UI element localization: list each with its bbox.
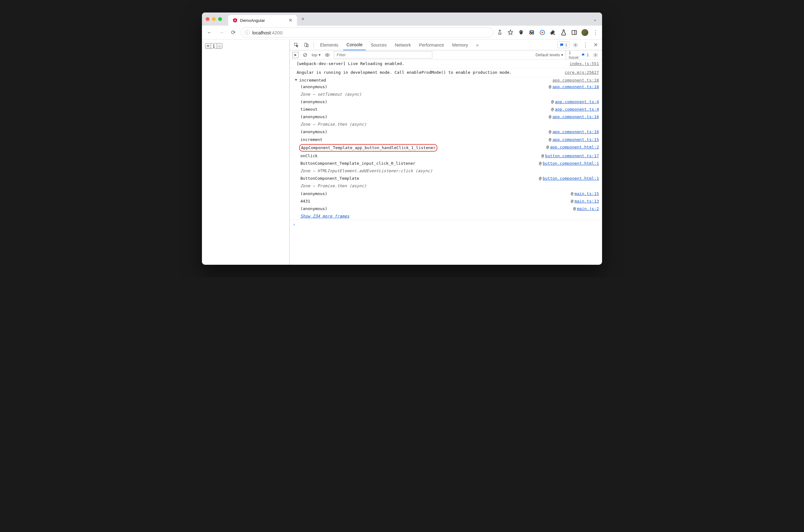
frame-function: (anonymous) (301, 129, 549, 135)
show-more-frames: Show 234 more frames (290, 212, 602, 220)
source-link[interactable]: index.js:551 (570, 61, 599, 67)
svg-point-16 (327, 54, 328, 56)
frame-function: onClick (301, 153, 541, 159)
log-levels-selector[interactable]: Default levels ▾ (535, 53, 563, 57)
tab-elements[interactable]: Elements (317, 40, 341, 50)
counter-value: 1 (211, 43, 217, 49)
source-link[interactable]: button.component.ts:17 (545, 153, 599, 159)
source-link[interactable]: button.component.html:1 (543, 160, 599, 167)
side-panel-icon[interactable] (571, 29, 578, 36)
url-text: localhost:4200 (252, 30, 283, 35)
devtools-close-icon[interactable]: ✕ (591, 41, 599, 49)
tabs-overflow[interactable]: » (473, 40, 482, 50)
stack-frame: (anonymous)@ app.component.ts:16 (290, 128, 602, 136)
issues-chip[interactable]: 1 Issue: 1 (566, 50, 589, 60)
devtools-settings-icon[interactable] (571, 41, 579, 49)
source-link[interactable]: main.ts:13 (575, 198, 599, 205)
source-link[interactable]: app.component.ts:16 (552, 114, 599, 120)
extension-lighthouse-icon[interactable] (539, 29, 546, 36)
source-link[interactable]: main.js:2 (577, 206, 599, 212)
svg-point-17 (595, 54, 596, 56)
close-tab-button[interactable]: ✕ (289, 18, 292, 23)
live-expression-icon[interactable] (323, 51, 331, 59)
stack-frame: Zone — setTimeout (async) (290, 91, 602, 98)
frame-function: Zone — HTMLInputElement.addEventListener… (301, 168, 599, 174)
console-sidebar-toggle-icon[interactable] (292, 52, 299, 58)
frame-function: increment (301, 137, 549, 143)
profile-avatar[interactable] (581, 29, 588, 36)
console-toolbar: top ▾ Default levels ▾ 1 Issue: 1 (290, 50, 602, 60)
source-link[interactable]: app.component.ts:18 (552, 78, 599, 82)
stack-frame: Zone — Promise.then (async) (290, 121, 602, 128)
site-info-icon[interactable]: i (245, 30, 250, 35)
console-filter-input[interactable] (334, 51, 432, 58)
svg-point-4 (530, 33, 532, 34)
svg-rect-8 (572, 31, 577, 35)
device-toggle-icon[interactable] (302, 41, 310, 49)
disclosure-triangle-icon[interactable] (295, 79, 297, 81)
frame-function: Zone — setTimeout (async) (301, 91, 599, 97)
browser-tab[interactable]: DemoAngular ✕ (228, 15, 297, 26)
labs-icon[interactable] (560, 29, 567, 36)
minimize-window-button[interactable] (212, 17, 216, 21)
maximize-window-button[interactable] (218, 17, 222, 21)
source-link[interactable]: app.component.html:2 (550, 144, 599, 152)
trace-header[interactable]: incremented app.component.ts:18 (290, 77, 602, 83)
svg-point-2 (520, 32, 521, 32)
source-link[interactable]: app.component.ts:16 (552, 129, 599, 135)
browser-menu-button[interactable]: ⋮ (592, 29, 599, 36)
back-button[interactable]: ← (205, 28, 214, 37)
source-link[interactable]: main.ts:15 (575, 191, 599, 197)
frame-function: (anonymous) (301, 114, 549, 120)
tab-console[interactable]: Console (343, 40, 365, 50)
devtools-panel: Elements Console Sources Network Perform… (289, 40, 602, 265)
frame-function: (anonymous) (301, 99, 551, 105)
svg-line-15 (304, 54, 306, 56)
tab-sources[interactable]: Sources (368, 40, 390, 50)
source-link[interactable]: button.component.html:1 (543, 175, 599, 182)
decrement-button[interactable]: - (217, 43, 222, 49)
svg-rect-1 (520, 33, 522, 34)
source-link[interactable]: app.component.ts:4 (555, 99, 599, 105)
forward-button[interactable]: → (217, 28, 226, 37)
stack-frame: (anonymous)@ app.component.ts:16 (290, 113, 602, 121)
browser-toolbar: ← → ⟳ i localhost:4200 ⋮ (202, 26, 602, 40)
stack-frame: increment@ app.component.ts:15 (290, 136, 602, 144)
new-tab-button[interactable]: + (300, 16, 306, 22)
stack-frame: (anonymous)@ app.component.ts:18 (290, 83, 602, 91)
stack-frame: 4431@ main.ts:13 (290, 197, 602, 205)
stack-frame: ButtonComponent_Template_input_click_0_l… (290, 160, 602, 167)
address-bar[interactable]: i localhost:4200 (241, 27, 493, 38)
share-icon[interactable] (496, 29, 503, 36)
frame-function: Zone — Promise.then (async) (301, 121, 599, 128)
inspect-element-icon[interactable] (292, 41, 301, 49)
frame-function: ButtonComponent_Template_input_click_0_l… (301, 160, 539, 167)
source-link[interactable]: app.component.ts:4 (555, 106, 599, 113)
tab-memory[interactable]: Memory (449, 40, 472, 50)
show-more-link[interactable]: Show 234 more frames (301, 214, 349, 218)
extension-incognito-icon[interactable] (528, 29, 535, 36)
content-area: + 1 - Elements Console Sources Network P… (202, 40, 602, 265)
source-link[interactable]: app.component.ts:15 (552, 137, 599, 143)
log-entry: [webpack-dev-server] Live Reloading enab… (290, 60, 602, 69)
source-link[interactable]: app.component.ts:18 (552, 84, 599, 90)
close-window-button[interactable] (206, 17, 209, 21)
window-controls (206, 17, 222, 21)
counter-widget: + 1 - (205, 43, 223, 49)
extensions-icon[interactable] (550, 29, 556, 36)
increment-button[interactable]: + (205, 43, 211, 49)
extension-skull-icon[interactable] (518, 29, 524, 36)
source-link[interactable]: core.mjs:25627 (564, 70, 599, 76)
console-settings-icon[interactable] (591, 51, 599, 59)
bookmark-star-icon[interactable] (507, 29, 514, 36)
console-prompt[interactable]: › (290, 220, 602, 228)
clear-console-icon[interactable] (301, 51, 309, 59)
tabs-dropdown-button[interactable]: ⌄ (591, 16, 598, 22)
tab-network[interactable]: Network (392, 40, 414, 50)
context-selector[interactable]: top ▾ (312, 53, 321, 57)
reload-button[interactable]: ⟳ (229, 28, 237, 37)
devtools-menu-icon[interactable]: ⋮ (581, 41, 590, 49)
stack-frame: (anonymous)@ main.ts:15 (290, 190, 602, 197)
tab-performance[interactable]: Performance (416, 40, 447, 50)
activity-chip[interactable]: 1 (557, 42, 570, 48)
